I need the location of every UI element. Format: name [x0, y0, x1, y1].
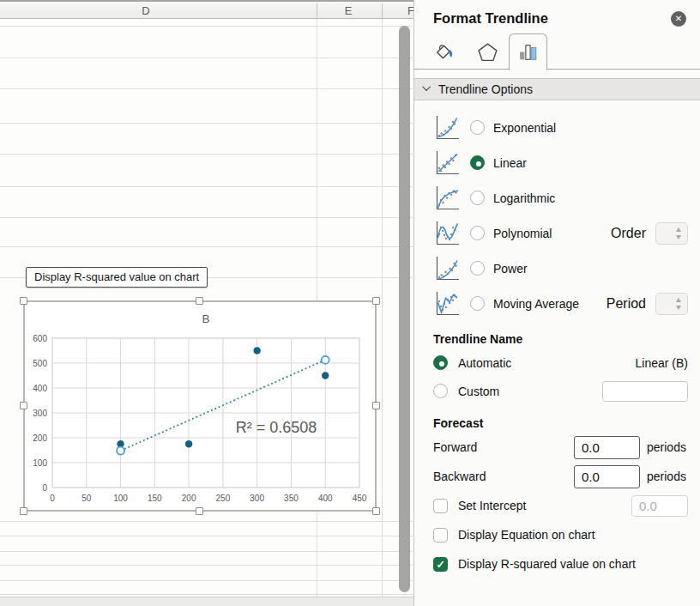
automatic-name-row[interactable]: Automatic Linear (B)	[414, 348, 700, 377]
gridline	[0, 88, 413, 89]
chart-resize-handle[interactable]	[372, 507, 380, 515]
forward-input[interactable]	[574, 436, 640, 459]
column-header-d[interactable]: D	[142, 4, 149, 17]
automatic-radio[interactable]	[433, 355, 448, 370]
automatic-name-value: Linear (B)	[636, 356, 688, 370]
column-divider	[382, 3, 383, 20]
svg-text:0: 0	[42, 483, 47, 493]
forecast-backward-row: Backward periods	[414, 462, 700, 491]
option-exponential[interactable]: Exponential	[433, 110, 688, 145]
gridline	[0, 536, 413, 536]
svg-text:300: 300	[250, 494, 264, 503]
chart-resize-handle[interactable]	[196, 507, 203, 515]
paint-bucket-icon	[432, 40, 456, 64]
tab-effects[interactable]	[473, 37, 502, 66]
linear-radio[interactable]	[470, 155, 485, 170]
spreadsheet-region[interactable]: D E F Display R-squared value on chart 0…	[0, 0, 413, 606]
excel-window: D E F Display R-squared value on chart 0…	[0, 0, 700, 606]
close-icon[interactable]: ✕	[671, 11, 686, 27]
polynomial-radio[interactable]	[470, 226, 485, 240]
gridline	[0, 565, 413, 566]
pane-header: Format Trendline ✕	[414, 0, 700, 30]
gridline	[0, 246, 413, 247]
gridline	[0, 58, 413, 58]
gridline	[0, 26, 413, 27]
forecast-heading: Forecast	[414, 416, 700, 430]
svg-text:50: 50	[81, 494, 92, 503]
svg-text:100: 100	[33, 458, 47, 468]
logarithmic-trend-icon	[433, 184, 462, 212]
gridline	[0, 186, 413, 187]
vertical-scrollbar-thumb[interactable]	[399, 26, 410, 592]
tab-fill-line[interactable]	[429, 37, 458, 66]
hover-tooltip: Display R-squared value on chart	[26, 267, 208, 288]
gridline	[0, 154, 413, 155]
svg-text:200: 200	[33, 433, 47, 443]
svg-text:400: 400	[318, 494, 333, 503]
set-intercept-label: Set Intercept	[458, 499, 526, 512]
option-polynomial[interactable]: Polynomial Order	[433, 215, 688, 251]
svg-text:100: 100	[113, 494, 128, 503]
order-stepper[interactable]	[655, 222, 688, 245]
exponential-trend-icon	[433, 113, 462, 142]
gridline	[0, 123, 413, 124]
sheet-bottom-strip	[0, 597, 413, 606]
display-r-squared-checkbox[interactable]	[433, 557, 448, 572]
display-r-squared-label: Display R-squared value on chart	[458, 557, 636, 571]
chevron-down-icon	[422, 82, 431, 91]
backward-input[interactable]	[574, 465, 640, 488]
pentagon-icon	[476, 40, 499, 64]
moving-average-radio[interactable]	[470, 296, 485, 311]
scatter-chart-svg: 0100200300400500600050100150200250300350…	[25, 302, 375, 510]
display-equation-checkbox[interactable]	[433, 528, 448, 542]
svg-text:600: 600	[33, 334, 47, 343]
trendline-name-heading: Trendline Name	[414, 332, 700, 346]
forecast-forward-row: Forward periods	[414, 433, 700, 462]
svg-text:450: 450	[353, 494, 367, 503]
set-intercept-input[interactable]	[631, 495, 688, 517]
display-r-squared-row: Display R-squared value on chart	[414, 549, 700, 579]
backward-units: periods	[647, 470, 686, 483]
custom-radio[interactable]	[433, 384, 448, 398]
bar-chart-icon	[516, 40, 540, 64]
column-header-strip[interactable]: D E F	[0, 0, 413, 19]
linear-trend-icon	[433, 148, 462, 177]
forward-units: periods	[647, 440, 686, 454]
svg-text:200: 200	[182, 494, 196, 503]
column-header-e[interactable]: E	[345, 4, 353, 17]
svg-text:350: 350	[284, 494, 299, 503]
option-moving-average[interactable]: Moving Average Period	[433, 286, 688, 321]
svg-text:400: 400	[33, 384, 47, 393]
option-power[interactable]: Power	[433, 251, 688, 286]
period-stepper[interactable]	[655, 293, 688, 315]
column-divider	[317, 3, 317, 20]
option-linear[interactable]: Linear	[433, 145, 688, 180]
option-logarithmic[interactable]: Logarithmic	[433, 180, 688, 215]
chart-resize-handle[interactable]	[20, 507, 27, 515]
column-header-f[interactable]: F	[407, 4, 413, 17]
chart-resize-handle[interactable]	[196, 297, 203, 305]
custom-label: Custom	[458, 385, 499, 398]
power-radio[interactable]	[470, 261, 485, 276]
pane-title: Format Trendline	[433, 10, 671, 27]
chart-resize-handle[interactable]	[20, 297, 27, 305]
svg-text:0: 0	[50, 494, 55, 503]
exponential-radio[interactable]	[470, 120, 485, 135]
chart[interactable]: 0100200300400500600050100150200250300350…	[23, 300, 377, 512]
tab-chart-options[interactable]	[509, 33, 547, 70]
gridline	[382, 19, 383, 597]
set-intercept-checkbox[interactable]	[433, 499, 448, 513]
order-label: Order	[611, 226, 646, 241]
automatic-label: Automatic	[458, 356, 511, 370]
forward-label: Forward	[433, 440, 574, 454]
chart-resize-handle[interactable]	[372, 402, 380, 409]
trendline-options-section-header[interactable]: Trendline Options	[414, 78, 700, 100]
custom-name-input[interactable]	[602, 381, 688, 402]
chart-resize-handle[interactable]	[372, 297, 380, 305]
backward-label: Backward	[433, 470, 574, 483]
logarithmic-radio[interactable]	[470, 191, 485, 205]
chart-resize-handle[interactable]	[20, 402, 27, 409]
trendline-type-options: Exponential Linear Logarithmic	[414, 100, 700, 321]
moving-average-trend-icon	[433, 289, 462, 318]
custom-name-row[interactable]: Custom	[414, 377, 700, 405]
